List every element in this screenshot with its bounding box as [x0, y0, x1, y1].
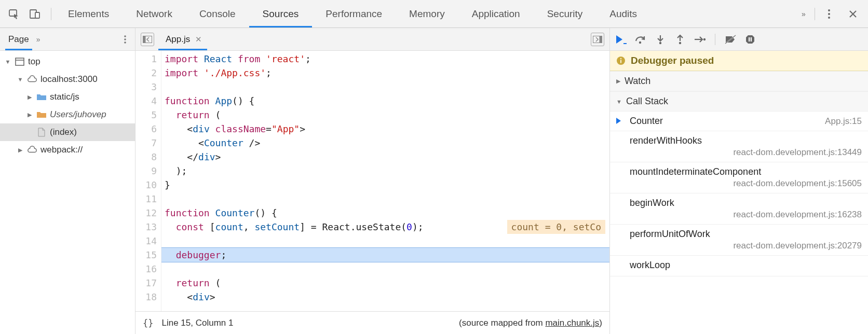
line-number[interactable]: 8 [135, 150, 161, 164]
code-line[interactable]: function Counter() { [161, 206, 609, 220]
code-line[interactable]: const [count, setCount] = React.useState… [161, 220, 609, 234]
toggle-navigator-icon[interactable] [141, 33, 154, 46]
stack-frame[interactable]: mountIndeterminateComponentreact-dom.dev… [610, 162, 868, 193]
inline-values: count = 0, setCo [507, 220, 605, 234]
tab-memory[interactable]: Memory [396, 0, 458, 27]
close-devtools-icon[interactable] [845, 6, 861, 22]
tree-item-label: top [28, 57, 40, 67]
navigator-kebab-icon[interactable] [120, 35, 130, 44]
step-icon[interactable] [693, 33, 707, 46]
line-number[interactable]: 12 [135, 206, 161, 220]
editor-tab-appjs[interactable]: App.js ✕ [158, 28, 207, 50]
stack-frame[interactable]: beginWorkreact-dom.development.js:16238 [610, 193, 868, 225]
svg-rect-22 [620, 60, 621, 63]
line-number[interactable]: 5 [135, 108, 161, 122]
svg-rect-12 [143, 36, 146, 43]
tree-item-webpack[interactable]: ▶webpack:// [0, 141, 135, 159]
navigator-header: Page » [0, 28, 135, 51]
topbar-right-tools [818, 6, 864, 22]
line-number[interactable]: 14 [135, 234, 161, 248]
svg-rect-19 [749, 37, 750, 41]
stack-frame[interactable]: renderWithHooksreact-dom.development.js:… [610, 131, 868, 162]
chevron-down-icon: ▼ [616, 99, 622, 105]
close-tab-icon[interactable]: ✕ [195, 35, 202, 44]
kebab-menu-icon[interactable] [821, 6, 837, 22]
tree-item-label: static/js [50, 92, 79, 102]
stack-frame[interactable]: workLoop [610, 256, 868, 276]
step-over-icon[interactable] [634, 33, 647, 46]
line-number[interactable]: 1 [135, 52, 161, 66]
stack-frame[interactable]: performUnitOfWorkreact-dom.development.j… [610, 225, 868, 256]
line-number[interactable]: 16 [135, 262, 161, 276]
code-editor[interactable]: 123456789101112131415161718 import React… [135, 51, 609, 311]
line-number[interactable]: 13 [135, 220, 161, 234]
toggle-debugger-icon[interactable] [591, 33, 604, 46]
code-line[interactable] [161, 262, 609, 276]
code-line[interactable]: <div className="App"> [161, 122, 609, 136]
tree-item-static[interactable]: ▶static/js [0, 88, 135, 106]
debugger-toolbar [610, 28, 868, 51]
tab-audits[interactable]: Audits [596, 0, 650, 27]
svg-point-6 [124, 35, 126, 37]
code-line[interactable]: import React from 'react'; [161, 52, 609, 66]
tree-item-label: webpack:// [40, 145, 83, 155]
line-number[interactable]: 4 [135, 94, 161, 108]
device-mode-icon[interactable] [27, 6, 43, 22]
watch-section-header[interactable]: ▶ Watch [610, 71, 868, 91]
editor-statusbar: {} Line 15, Column 1 (source mapped from… [135, 311, 609, 334]
tab-application[interactable]: Application [458, 0, 534, 27]
code-line[interactable]: return ( [161, 108, 609, 122]
deactivate-breakpoints-icon[interactable] [724, 33, 737, 46]
code-line[interactable]: return ( [161, 276, 609, 290]
more-tabs-icon[interactable]: » [796, 6, 811, 22]
stack-frame[interactable]: CounterApp.js:15 [610, 112, 868, 131]
resume-icon[interactable] [614, 33, 628, 46]
tab-elements[interactable]: Elements [55, 0, 123, 27]
line-number[interactable]: 18 [135, 290, 161, 304]
debugger-panel: Debugger paused ▶ Watch ▼ Call Stack Cou… [609, 28, 868, 334]
code-line[interactable]: <div> [161, 290, 609, 304]
code-line[interactable] [161, 234, 609, 248]
frame-location: react-dom.development.js:13449 [630, 147, 862, 158]
step-out-icon[interactable] [673, 33, 687, 46]
element-picker-icon[interactable] [6, 6, 22, 22]
pause-on-exceptions-icon[interactable] [743, 33, 757, 46]
source-map-link[interactable]: main.chunk.js [545, 318, 599, 328]
tree-item-index[interactable]: (index) [0, 123, 135, 141]
navigator-tab-page[interactable]: Page [5, 28, 32, 50]
line-number[interactable]: 7 [135, 136, 161, 150]
code-line[interactable] [161, 80, 609, 94]
callstack-section-header[interactable]: ▼ Call Stack [610, 91, 868, 112]
tab-network[interactable]: Network [123, 0, 186, 27]
code-line[interactable]: ); [161, 164, 609, 178]
tab-security[interactable]: Security [534, 0, 596, 27]
tab-performance[interactable]: Performance [312, 0, 396, 27]
line-number[interactable]: 6 [135, 122, 161, 136]
tree-item-top[interactable]: ▼top [0, 53, 135, 71]
code-line[interactable]: </div> [161, 150, 609, 164]
code-content[interactable]: import React from 'react';import './App.… [161, 51, 609, 311]
line-number[interactable]: 11 [135, 192, 161, 206]
line-number[interactable]: 2 [135, 66, 161, 80]
line-number[interactable]: 10 [135, 178, 161, 192]
line-number[interactable]: 15 [135, 248, 161, 262]
pretty-print-icon[interactable]: {} [143, 318, 153, 328]
code-line[interactable]: import './App.css'; [161, 66, 609, 80]
frame-function: mountIndeterminateComponent [630, 166, 862, 177]
line-number[interactable]: 3 [135, 80, 161, 94]
tree-item-host[interactable]: ▼localhost:3000 [0, 71, 135, 88]
svg-rect-14 [600, 36, 602, 43]
line-number[interactable]: 17 [135, 276, 161, 290]
code-line[interactable]: } [161, 178, 609, 192]
frame-location: react-dom.development.js:16238 [630, 210, 862, 220]
tab-sources[interactable]: Sources [249, 0, 313, 27]
code-line[interactable]: function App() { [161, 94, 609, 108]
step-into-icon[interactable] [654, 33, 667, 46]
line-number[interactable]: 9 [135, 164, 161, 178]
tab-console[interactable]: Console [186, 0, 249, 27]
navigator-more-icon[interactable]: » [36, 35, 40, 44]
code-line[interactable]: <Counter /> [161, 136, 609, 150]
code-line[interactable]: debugger; [161, 248, 609, 262]
tree-item-users[interactable]: ▶Users/juhovep [0, 106, 135, 123]
code-line[interactable] [161, 192, 609, 206]
